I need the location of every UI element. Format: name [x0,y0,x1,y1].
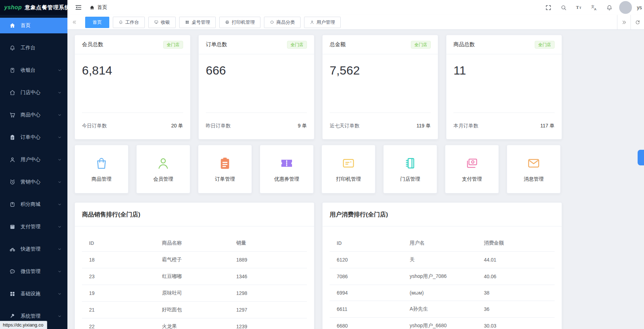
cell-amount: 30.03 [480,318,555,329]
tab[interactable]: 商品分类 [264,17,301,28]
sidebar-item-label: 微信管理 [21,268,57,275]
stat-footer-label: 今日订单数 [82,123,107,129]
sidebar-item[interactable]: 用户中心 [0,152,67,168]
user-ranking-title: 用户消费排行(全门店) [323,203,562,226]
sidebar-item[interactable]: 快递管理 [0,241,67,257]
product-ranking-card: 商品销售排行(全门店) ID 商品名称 销量 [75,202,314,329]
quick-link-card[interactable]: 打印机管理 [321,145,375,193]
tabs-scroll-right-button[interactable] [617,15,631,29]
cell-id: 6611 [330,301,406,318]
shop-icon [9,89,16,96]
home-icon[interactable] [89,5,95,10]
sidebar-item-label: 用户中心 [21,157,57,163]
chevron-down-icon [57,113,62,117]
sidebar-item[interactable]: 微信管理 [0,264,67,279]
sidebar-item[interactable]: 营销中心 [0,174,67,190]
quick-link-label: 门店管理 [400,176,420,182]
cell-amount: 44.01 [480,252,555,268]
cell-amount: 40.06 [480,268,555,285]
tab[interactable]: 收银 [148,17,176,28]
tab[interactable]: 用户管理 [304,17,341,28]
cell-username: (мωм) [406,285,480,301]
stat-title: 商品总数 [453,41,475,48]
svg-text:A: A [594,7,597,11]
cell-id: 21 [82,302,159,318]
stat-footer-label: 昨日订单数 [206,123,231,129]
store-scope-badge: 全门店 [163,41,183,49]
stats-row: 会员总数 全门店 6,814 今日订单数 20 单 订单总数 [75,35,637,139]
topbar: 首页 TT 文A ys [67,0,644,15]
cell-username: yshop用户_6680 [406,318,480,329]
chevron-down-icon [57,135,62,139]
search-icon[interactable] [560,4,567,11]
quick-link-label: 消息管理 [524,176,544,182]
sidebar-item[interactable]: 积分商城 [0,197,67,212]
user-icon [9,157,16,163]
quick-link-card[interactable]: 会员管理 [136,145,190,193]
bell-icon [119,20,123,24]
quick-link-card[interactable]: 商品管理 [75,145,128,193]
grid-icon [185,20,189,24]
sidebar-item-label: 基础设施 [21,291,57,297]
quick-link-card[interactable]: 订单管理 [198,145,252,193]
stat-value: 7,562 [323,54,438,77]
quick-link-card[interactable]: 支付管理 [445,145,499,193]
sidebar-item[interactable]: 商品中心 [0,107,67,123]
sidebar-item[interactable]: 门店中心 [0,85,67,100]
dashboard-content: 会员总数 全门店 6,814 今日订单数 20 单 订单总数 [67,30,644,329]
cell-amount: 36 [480,301,555,318]
clock-icon [9,179,16,185]
logo: yshop [4,4,22,11]
username[interactable]: ys [637,5,642,10]
sidebar-item[interactable]: 基础设施 [0,286,67,302]
table-row: 23 红豆嘟嘟 1346 [82,268,307,285]
quick-link-label: 订单管理 [215,176,235,182]
settings-panel-handle[interactable] [638,150,644,165]
sidebar-item-label: 快递管理 [21,246,57,252]
app-title: 意象点餐管理系统 [25,4,70,11]
cell-id: 18 [82,252,159,268]
tab[interactable]: 桌号管理 [179,17,216,28]
tab[interactable]: 打印机管理 [219,17,260,28]
quick-link-card[interactable]: 门店管理 [383,145,437,193]
sidebar-item-label: 订单中心 [21,134,57,141]
sidebar-item-label: 营销中心 [21,179,57,185]
chevron-down-icon [57,158,62,162]
quick-link-card[interactable]: 优惠券管理 [260,145,314,193]
tabs-scroll-left-button[interactable] [67,15,81,29]
sidebar-item[interactable]: 工作台 [0,40,67,56]
mail-icon [527,156,541,170]
tab[interactable]: 工作台 [113,17,145,28]
sidebar-item[interactable]: 首页 [0,18,67,33]
chevron-down-icon [57,292,62,296]
stat-card: 会员总数 全门店 6,814 今日订单数 20 单 [75,35,191,139]
cell-id: 7086 [330,268,406,285]
translate-icon[interactable]: 文A [591,4,598,11]
breadcrumb-home-label[interactable]: 首页 [97,4,107,11]
sidebar-item-label: 收银台 [21,67,57,73]
avatar[interactable] [619,1,632,14]
monitor-icon [154,20,159,24]
cell-sales: 1298 [233,285,307,302]
tab[interactable]: 首页 [85,17,109,28]
cell-product-name: 红豆嘟嘟 [159,268,233,285]
hamburger-icon[interactable] [75,4,82,11]
sidebar-item[interactable]: 支付管理 [0,219,67,235]
sidebar-item[interactable]: 订单中心 [0,130,67,145]
quick-link-card[interactable]: 消息管理 [507,145,561,193]
tab-label: 桌号管理 [192,19,210,26]
sidebar-item[interactable]: 收银台 [0,62,67,78]
person-icon [156,156,170,170]
store-scope-badge: 全门店 [535,41,555,49]
bell-icon [9,45,16,51]
stat-card: 总金额 全门店 7,562 近七天订单数 119 单 [322,35,438,139]
product-ranking-title: 商品销售排行(全门店) [75,203,314,226]
sidebar-item-label: 支付管理 [21,224,57,230]
font-size-icon[interactable]: TT [576,4,582,11]
wechat-icon [9,268,16,275]
column-header: ID [330,235,406,252]
sidebar: yshop 意象点餐管理系统 首页 工作台 收银台 门店 [0,0,67,329]
refresh-button[interactable] [631,15,644,29]
notification-bell-icon[interactable] [606,4,613,11]
fullscreen-icon[interactable] [545,4,552,11]
